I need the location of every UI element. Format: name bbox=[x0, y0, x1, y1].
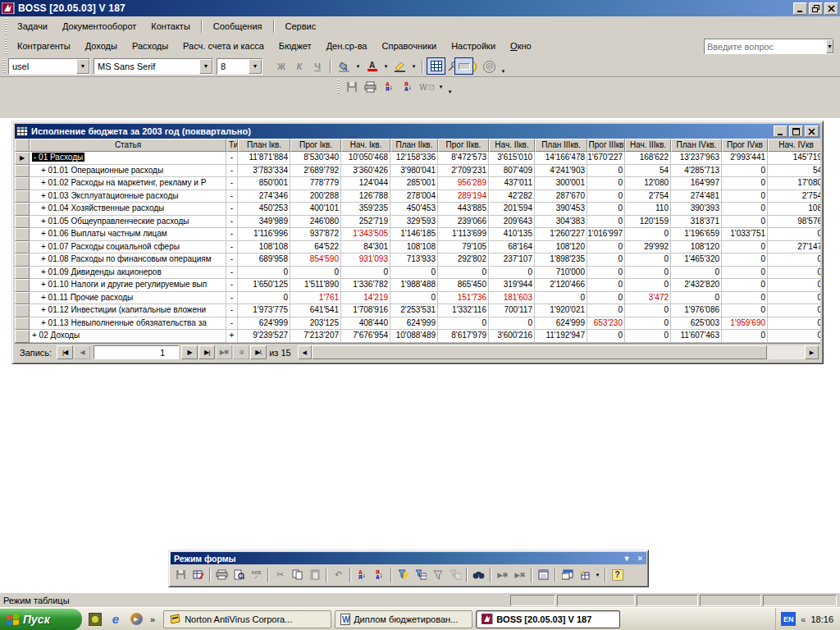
menu-rasch-scheta[interactable]: Расч. счета и касса bbox=[176, 39, 272, 53]
sort-ascending-icon[interactable]: АЯ↓ bbox=[380, 79, 399, 96]
value-cell[interactable]: 2'432'820 bbox=[671, 279, 722, 292]
record-number-input[interactable] bbox=[94, 345, 179, 359]
value-cell[interactable]: 0 bbox=[671, 267, 722, 280]
chevron-down-icon[interactable]: ▼ bbox=[249, 59, 262, 74]
value-cell[interactable]: 7'676'954 bbox=[341, 330, 390, 343]
row-selector[interactable] bbox=[15, 253, 30, 267]
spelling-icon[interactable]: нев✓ bbox=[248, 566, 265, 583]
value-cell[interactable]: 151'736 bbox=[438, 292, 489, 305]
sort-ascending-icon[interactable]: АЯ↓ bbox=[354, 566, 371, 583]
value-cell[interactable]: 108'108 bbox=[238, 241, 290, 254]
value-cell[interactable]: 8'617'979 bbox=[438, 330, 489, 343]
value-cell[interactable]: 11'192'947 bbox=[535, 330, 587, 343]
value-cell[interactable]: 390'453 bbox=[535, 203, 587, 216]
menu-okno[interactable]: Окно bbox=[503, 39, 539, 53]
value-cell[interactable]: 108'108 bbox=[390, 241, 438, 254]
value-cell[interactable]: 0 bbox=[722, 292, 768, 305]
article-cell[interactable]: + 01.05 Общеуправленческие расходы bbox=[30, 216, 226, 229]
chevron-down-icon[interactable]: ▼ bbox=[593, 566, 602, 583]
value-cell[interactable]: 29'992 bbox=[625, 241, 671, 254]
value-cell[interactable]: 0 bbox=[625, 317, 671, 331]
task-norton[interactable]: Norton AntiVirus Corpora... bbox=[163, 610, 331, 628]
value-cell[interactable]: 0 bbox=[438, 267, 489, 280]
select-all-corner[interactable] bbox=[15, 139, 30, 152]
menu-nastroyki[interactable]: Настройки bbox=[444, 39, 503, 53]
value-cell[interactable]: 54 bbox=[625, 165, 671, 178]
value-cell[interactable]: 1'511'890 bbox=[290, 279, 341, 292]
close-icon[interactable]: ✕ bbox=[637, 555, 643, 563]
value-cell[interactable]: 0 bbox=[722, 253, 768, 267]
value-cell[interactable]: 359'235 bbox=[341, 203, 390, 216]
chevron-down-icon[interactable]: ▼ bbox=[76, 59, 89, 74]
copy-icon[interactable] bbox=[289, 566, 306, 583]
value-cell[interactable]: 931'093 bbox=[341, 253, 390, 267]
value-cell[interactable]: 17'080 bbox=[768, 177, 820, 190]
chevron-down-icon[interactable]: ▼ bbox=[199, 59, 212, 74]
bold-button[interactable]: Ж bbox=[272, 58, 290, 75]
value-cell[interactable]: 11'607'463 bbox=[671, 330, 722, 343]
value-cell[interactable]: 0 bbox=[625, 253, 671, 267]
value-cell[interactable]: 318'371 bbox=[671, 216, 722, 229]
paste-icon[interactable] bbox=[306, 566, 323, 583]
value-cell[interactable]: 319'944 bbox=[489, 279, 535, 292]
value-cell[interactable]: 1'113'699 bbox=[438, 228, 489, 241]
start-button[interactable]: Пуск bbox=[0, 609, 82, 630]
value-cell[interactable]: 0 bbox=[390, 267, 438, 280]
value-cell[interactable]: 0 bbox=[390, 292, 438, 305]
value-cell[interactable]: 0 bbox=[587, 304, 625, 317]
value-cell[interactable]: 0 bbox=[768, 253, 820, 267]
value-cell[interactable]: 1'260'227 bbox=[535, 228, 587, 241]
column-header[interactable]: Нач. IVкв bbox=[768, 139, 820, 152]
value-cell[interactable]: 11'871'884 bbox=[238, 152, 290, 165]
value-cell[interactable]: 1'465'320 bbox=[671, 253, 722, 267]
menu-dohody[interactable]: Доходы bbox=[78, 39, 125, 53]
filter-icon[interactable] bbox=[429, 566, 446, 583]
value-cell[interactable]: 252'719 bbox=[341, 216, 390, 229]
quicklaunch-app-icon[interactable] bbox=[86, 610, 104, 628]
value-cell[interactable]: 0 bbox=[587, 177, 625, 190]
internet-explorer-icon[interactable]: e bbox=[107, 610, 125, 628]
value-cell[interactable]: 8'472'573 bbox=[438, 152, 489, 165]
italic-button[interactable]: К bbox=[290, 58, 308, 75]
value-cell[interactable]: 164'997 bbox=[671, 177, 722, 190]
restore-icon[interactable] bbox=[809, 2, 823, 15]
value-cell[interactable]: 0 bbox=[722, 304, 768, 317]
budget-window-titlebar[interactable]: Исполнение бюджета за 2003 год (покварта… bbox=[15, 124, 820, 139]
value-cell[interactable]: 278'004 bbox=[390, 190, 438, 203]
value-cell[interactable]: 0 bbox=[489, 317, 535, 331]
value-cell[interactable]: 3'600'216 bbox=[489, 330, 535, 343]
cut-icon[interactable]: ✂ bbox=[272, 566, 289, 583]
value-cell[interactable]: 1'146'185 bbox=[390, 228, 438, 241]
value-cell[interactable]: 287'670 bbox=[535, 190, 587, 203]
value-cell[interactable]: 1'336'782 bbox=[341, 279, 390, 292]
type-cell[interactable]: - bbox=[226, 279, 238, 292]
value-cell[interactable]: 12'080 bbox=[625, 177, 671, 190]
line-color-icon[interactable] bbox=[390, 57, 409, 75]
value-cell[interactable]: 2'709'231 bbox=[438, 165, 489, 178]
value-cell[interactable]: 1'670'227 bbox=[587, 152, 625, 165]
value-cell[interactable]: 3'360'426 bbox=[341, 165, 390, 178]
value-cell[interactable]: 3'472 bbox=[625, 292, 671, 305]
type-cell[interactable]: - bbox=[226, 304, 238, 317]
tray-chevron-icon[interactable]: « bbox=[801, 614, 806, 624]
row-selector[interactable] bbox=[15, 279, 30, 292]
toolbar-grip[interactable] bbox=[5, 18, 7, 34]
column-header[interactable]: Прог Iкв. bbox=[290, 139, 341, 152]
column-header[interactable]: План IIкв. bbox=[390, 139, 438, 152]
ask-question-combo[interactable]: ▼ bbox=[704, 39, 833, 54]
value-cell[interactable]: 0 bbox=[722, 330, 768, 343]
toolbar-grip[interactable] bbox=[3, 59, 6, 73]
value-cell[interactable]: 0 bbox=[768, 279, 820, 292]
value-cell[interactable]: 0 bbox=[489, 267, 535, 280]
article-cell[interactable]: + 01.03 Эксплуатационные расходы bbox=[30, 190, 226, 203]
value-cell[interactable]: 2'754 bbox=[625, 190, 671, 203]
value-cell[interactable]: 450'253 bbox=[238, 203, 290, 216]
value-cell[interactable]: 0 bbox=[722, 203, 768, 216]
last-record-icon[interactable]: ▶| bbox=[199, 345, 215, 359]
row-selector[interactable] bbox=[15, 317, 30, 331]
value-cell[interactable]: 0 bbox=[587, 190, 625, 203]
menu-soobscheniya[interactable]: Сообщения bbox=[206, 19, 270, 34]
value-cell[interactable]: 120'159 bbox=[625, 216, 671, 229]
value-cell[interactable]: 0 bbox=[625, 304, 671, 317]
task-word-document[interactable]: W Диплом бюджетирован... bbox=[335, 610, 472, 628]
